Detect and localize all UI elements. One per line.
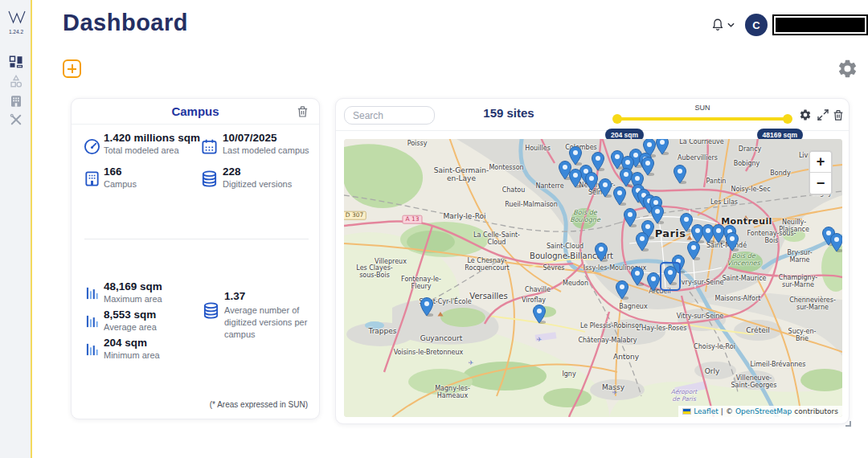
map-card: 159 sites SUN 204 sqm 48169 sqm xyxy=(335,98,850,424)
site-marker[interactable] xyxy=(726,232,739,251)
site-marker[interactable] xyxy=(420,297,433,317)
stat-value: 10/07/2025 xyxy=(223,132,277,144)
campus-card-title: Campus xyxy=(72,104,319,118)
stat-label: Campus xyxy=(104,179,137,189)
stat-label: Total modeled area xyxy=(104,145,179,155)
stat-value: 1.420 millions sqm xyxy=(104,132,200,144)
stat-value: 48,169 sqm xyxy=(104,280,162,292)
bar-chart-icon xyxy=(86,314,104,333)
app-logo xyxy=(6,10,27,27)
map-settings-gear-icon[interactable] xyxy=(799,108,812,121)
tools-icon xyxy=(9,112,23,127)
map-attribution: Leaflet | © OpenStreetMap contributors xyxy=(678,406,842,417)
stat-value: 1.37 xyxy=(224,290,245,302)
database-icon xyxy=(202,301,220,320)
site-marker[interactable] xyxy=(624,208,637,227)
notifications-button[interactable] xyxy=(710,16,736,34)
site-marker[interactable] xyxy=(613,186,626,206)
campus-delete-button[interactable] xyxy=(296,104,309,119)
sidebar-item-tools[interactable] xyxy=(9,112,23,127)
zoom-in-button[interactable]: + xyxy=(810,152,831,173)
page-title: Dashboard xyxy=(63,10,188,36)
site-marker[interactable] xyxy=(599,178,612,198)
site-marker[interactable] xyxy=(830,233,842,252)
slider-handle-min[interactable] xyxy=(612,114,622,124)
site-marker[interactable] xyxy=(656,139,669,155)
attribution-suffix: contributors xyxy=(794,407,838,415)
map-markers-layer xyxy=(344,139,842,417)
map-zoom-control: + − xyxy=(809,150,833,195)
stat-label: Maximum area xyxy=(104,294,162,304)
building-nav-icon xyxy=(9,94,23,108)
site-marker[interactable] xyxy=(631,267,644,286)
site-marker[interactable] xyxy=(569,169,582,188)
zoom-out-button[interactable]: − xyxy=(810,173,831,194)
settings-gear-icon[interactable] xyxy=(837,58,858,80)
redacted-user-name xyxy=(772,14,868,35)
add-widget-button[interactable] xyxy=(63,59,81,78)
site-marker[interactable] xyxy=(585,172,598,191)
stat-label: Last modeled campus xyxy=(223,145,309,155)
ukraine-flag-icon xyxy=(682,408,691,415)
building-icon xyxy=(83,170,101,188)
campus-card-header: Campus xyxy=(72,99,319,125)
site-marker[interactable] xyxy=(636,232,649,251)
avatar[interactable]: C xyxy=(745,14,768,36)
sidebar: 1.24.2 xyxy=(0,0,32,458)
dashboard-page: 1.24.2 xyxy=(0,0,868,458)
chevron-down-icon xyxy=(727,22,735,27)
bar-chart-icon xyxy=(86,342,104,361)
leaflet-link[interactable]: Leaflet xyxy=(694,407,719,415)
map-canvas[interactable]: PoissyHouillesMontessonSaint-Germain- en… xyxy=(344,139,842,417)
site-marker[interactable] xyxy=(674,165,686,184)
bell-icon xyxy=(710,17,725,33)
stat-label: Minimum area xyxy=(104,350,160,360)
attribution-separator: | xyxy=(721,407,723,415)
site-marker[interactable] xyxy=(595,243,608,262)
sidebar-item-buildings[interactable] xyxy=(9,94,23,108)
app-version: 1.24.2 xyxy=(0,29,32,35)
site-marker[interactable] xyxy=(533,305,546,324)
divider xyxy=(84,239,309,239)
site-marker[interactable] xyxy=(616,280,628,300)
campus-card: Campus 1.420 millions sqm Total modeled … xyxy=(71,98,320,419)
calendar-icon xyxy=(200,137,219,156)
map-expand-icon[interactable] xyxy=(817,108,829,121)
dashboard-grid-icon xyxy=(9,55,23,69)
sidebar-item-dashboard[interactable] xyxy=(9,55,23,69)
stat-value: 228 xyxy=(223,166,241,178)
area-range-slider: SUN 204 sqm 48169 sqm xyxy=(610,104,795,129)
stat-label: Digitized versions xyxy=(223,179,292,189)
map-card-resize-handle[interactable] xyxy=(845,421,851,427)
stat-value: 8,553 sqm xyxy=(104,309,156,321)
map-delete-button[interactable] xyxy=(832,108,845,121)
stat-value: 166 xyxy=(104,166,122,178)
site-marker[interactable] xyxy=(592,152,604,171)
search-input[interactable] xyxy=(344,106,435,125)
gauge-icon xyxy=(83,137,101,156)
slider-handle-max[interactable] xyxy=(783,114,792,124)
stat-value: 204 sqm xyxy=(104,337,147,349)
areas-unit-footnote: (* Areas expressed in SUN) xyxy=(210,400,308,409)
map-card-header: 159 sites SUN 204 sqm 48169 sqm xyxy=(336,99,849,131)
attribution-copyright: © xyxy=(726,407,733,415)
sidebar-item-shapes[interactable] xyxy=(9,74,23,88)
database-icon xyxy=(200,170,219,188)
stat-label: Average area xyxy=(104,322,157,332)
stat-label: Average number of digitized versions per… xyxy=(224,305,319,341)
site-marker[interactable] xyxy=(687,241,700,260)
sites-count: 159 sites xyxy=(457,106,561,120)
site-marker[interactable] xyxy=(647,272,660,292)
slider-unit-label: SUN xyxy=(610,104,795,112)
shapes-icon xyxy=(9,74,23,88)
bar-chart-icon xyxy=(86,286,104,305)
osm-link[interactable]: OpenStreetMap xyxy=(735,407,792,415)
selected-marker-box xyxy=(660,262,681,291)
slider-track[interactable] xyxy=(617,117,788,121)
